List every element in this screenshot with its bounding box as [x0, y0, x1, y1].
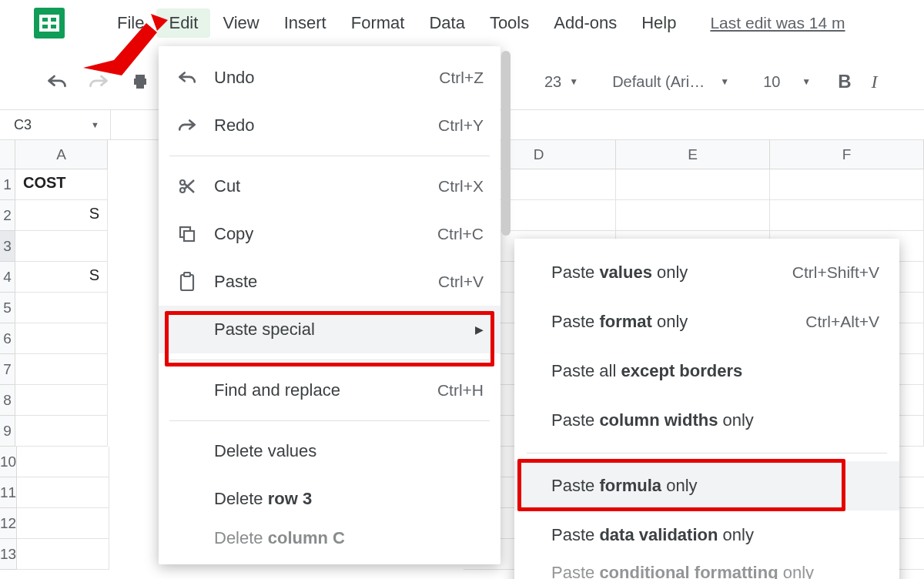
cell[interactable]: S — [15, 200, 108, 231]
print-icon[interactable] — [129, 71, 151, 92]
cell[interactable] — [17, 477, 109, 508]
cell[interactable] — [15, 293, 108, 323]
cell[interactable] — [616, 169, 770, 200]
cell[interactable] — [15, 354, 108, 385]
cell[interactable]: S — [15, 262, 108, 293]
cell[interactable] — [770, 200, 924, 231]
menu-tools[interactable]: Tools — [477, 8, 541, 38]
menu-paste-special[interactable]: Paste special ▶ — [159, 306, 500, 353]
redo-icon — [176, 118, 199, 133]
row-header[interactable]: 10 — [0, 447, 17, 477]
cell[interactable] — [616, 200, 770, 231]
row-header[interactable]: 8 — [0, 385, 15, 416]
menu-item-label: Find and replace — [214, 380, 422, 400]
menu-item-label: Delete column C — [214, 528, 484, 548]
name-box[interactable]: C3 ▼ — [0, 110, 111, 139]
menu-separator — [527, 453, 887, 453]
menu-item-label: Delete row 3 — [214, 489, 484, 509]
svg-rect-7 — [184, 273, 190, 276]
menu-scrollbar[interactable] — [501, 51, 511, 236]
last-edit-link[interactable]: Last edit was 14 m — [710, 14, 845, 32]
menu-undo[interactable]: Undo Ctrl+Z — [159, 54, 500, 102]
cell[interactable]: COST — [15, 169, 108, 200]
submenu-paste-values[interactable]: Paste values only Ctrl+Shift+V — [514, 248, 899, 297]
cell[interactable] — [15, 385, 108, 416]
menu-item-label: Paste column widths only — [551, 410, 879, 430]
menu-delete-values[interactable]: Delete values — [159, 427, 500, 475]
select-all-corner[interactable] — [0, 140, 15, 169]
zoom-value: 23 — [544, 73, 561, 91]
menu-addons[interactable]: Add-ons — [541, 8, 629, 38]
paste-special-submenu: Paste values only Ctrl+Shift+V Paste for… — [514, 239, 899, 579]
row-header[interactable]: 6 — [0, 323, 15, 354]
menu-item-label: Paste data validation only — [551, 525, 879, 545]
menu-copy[interactable]: Copy Ctrl+C — [159, 210, 500, 258]
menu-view[interactable]: View — [210, 8, 271, 38]
menu-delete-row[interactable]: Delete row 3 — [159, 475, 500, 523]
font-family-select[interactable]: Default (Ari… ▼ — [605, 69, 736, 95]
font-name-value: Default (Ari… — [612, 73, 705, 91]
copy-icon — [176, 225, 199, 243]
caret-down-icon: ▼ — [569, 76, 578, 87]
row-header[interactable]: 4 — [0, 262, 15, 293]
menu-item-shortcut: Ctrl+X — [438, 177, 484, 196]
submenu-paste-conditional-formatting[interactable]: Paste conditional formatting only — [514, 560, 899, 579]
chevron-right-icon: ▶ — [475, 323, 484, 336]
menu-item-label: Paste format only — [551, 312, 805, 332]
menu-item-label: Paste conditional formatting only — [551, 563, 879, 579]
cell[interactable] — [15, 323, 108, 354]
row-header[interactable]: 3 — [0, 231, 15, 262]
menu-item-shortcut: Ctrl+Alt+V — [805, 313, 879, 331]
cell[interactable] — [17, 447, 109, 477]
name-box-value: C3 — [14, 117, 32, 133]
zoom-select[interactable]: 23 ▼ — [537, 69, 585, 95]
submenu-paste-format[interactable]: Paste format only Ctrl+Alt+V — [514, 297, 899, 346]
column-header[interactable]: A — [15, 140, 108, 169]
menu-item-label: Cut — [214, 176, 423, 196]
bold-button[interactable]: B — [838, 71, 851, 92]
menu-item-shortcut: Ctrl+V — [438, 273, 484, 291]
cell[interactable] — [17, 539, 109, 570]
row-header[interactable]: 12 — [0, 508, 17, 539]
menu-help[interactable]: Help — [629, 8, 688, 38]
caret-down-icon: ▼ — [802, 76, 811, 87]
menu-insert[interactable]: Insert — [272, 8, 339, 38]
menu-cut[interactable]: Cut Ctrl+X — [159, 162, 500, 210]
menu-format[interactable]: Format — [339, 8, 417, 38]
cell[interactable] — [17, 508, 109, 539]
clipboard-icon — [176, 272, 199, 292]
menubar: File Edit View Insert Format Data Tools … — [0, 0, 924, 46]
row-header[interactable]: 2 — [0, 200, 15, 231]
row-header[interactable]: 13 — [0, 539, 17, 570]
undo-icon[interactable] — [46, 71, 68, 92]
column-header[interactable]: E — [616, 140, 770, 169]
menu-data[interactable]: Data — [417, 8, 477, 38]
submenu-paste-data-validation[interactable]: Paste data validation only — [514, 510, 899, 560]
menu-edit[interactable]: Edit — [156, 8, 210, 38]
menu-redo[interactable]: Redo Ctrl+Y — [159, 102, 500, 149]
cell[interactable] — [15, 231, 108, 262]
cell[interactable] — [15, 416, 108, 447]
italic-button[interactable]: I — [871, 72, 877, 92]
menu-delete-column[interactable]: Delete column C — [159, 523, 500, 554]
row-header[interactable]: 5 — [0, 293, 15, 323]
column-header[interactable]: F — [770, 140, 924, 169]
submenu-paste-formula[interactable]: Paste formula only — [514, 461, 899, 510]
row-header[interactable]: 11 — [0, 477, 17, 508]
menu-find-replace[interactable]: Find and replace Ctrl+H — [159, 366, 500, 414]
menu-separator — [169, 420, 490, 421]
menu-item-label: Copy — [214, 224, 422, 244]
row-header[interactable]: 9 — [0, 416, 15, 447]
menu-paste[interactable]: Paste Ctrl+V — [159, 258, 500, 306]
row-header[interactable]: 7 — [0, 354, 15, 385]
svg-rect-5 — [184, 231, 194, 241]
redo-icon[interactable] — [88, 71, 109, 92]
font-size-value: 10 — [763, 73, 780, 91]
submenu-paste-column-widths[interactable]: Paste column widths only — [514, 396, 899, 445]
row-header[interactable]: 1 — [0, 169, 15, 200]
menu-item-shortcut: Ctrl+Z — [439, 69, 484, 87]
menu-file[interactable]: File — [105, 8, 156, 38]
submenu-paste-except-borders[interactable]: Paste all except borders — [514, 346, 899, 396]
font-size-select[interactable]: 10 ▼ — [756, 69, 818, 95]
cell[interactable] — [770, 169, 924, 200]
